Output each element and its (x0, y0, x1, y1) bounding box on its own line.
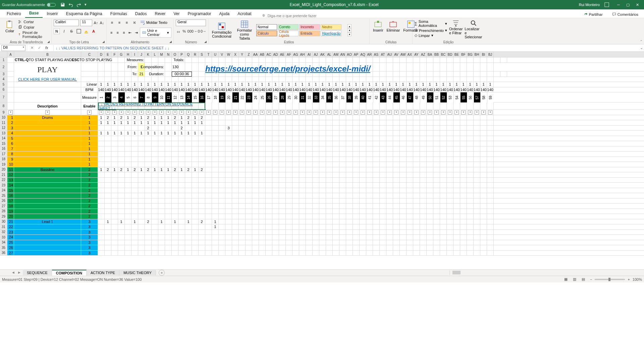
cell[interactable] (346, 245, 353, 250)
sheet-tab-composition[interactable]: COMPOSITION (52, 270, 87, 276)
cell[interactable] (487, 199, 494, 204)
cell[interactable] (272, 167, 279, 172)
cell[interactable] (185, 77, 192, 82)
cell[interactable] (346, 219, 353, 224)
cell[interactable] (259, 120, 266, 125)
cell[interactable] (460, 126, 467, 131)
cell[interactable] (407, 136, 413, 141)
cell[interactable] (131, 230, 138, 235)
cell[interactable] (299, 157, 306, 162)
cell[interactable] (185, 57, 192, 62)
cell[interactable]: 1 (138, 82, 145, 87)
cell[interactable] (407, 183, 413, 188)
cell[interactable] (440, 151, 447, 157)
cell[interactable]: 140 (111, 87, 118, 92)
cell[interactable] (339, 136, 346, 141)
cell[interactable] (366, 209, 373, 214)
cell[interactable] (286, 146, 292, 151)
cell[interactable] (366, 146, 373, 151)
cell[interactable] (205, 151, 212, 157)
cell[interactable] (145, 146, 152, 151)
cell[interactable] (199, 157, 205, 162)
cell[interactable] (299, 131, 306, 136)
cell[interactable] (319, 120, 326, 125)
cell[interactable]: 2 (172, 167, 178, 172)
cell[interactable] (286, 172, 292, 177)
cell[interactable] (105, 77, 111, 82)
cell[interactable] (319, 245, 326, 250)
cell[interactable] (500, 72, 507, 77)
font-name-select[interactable]: Calibri (54, 19, 79, 26)
cell[interactable] (333, 151, 339, 157)
cell[interactable] (292, 126, 299, 131)
cell[interactable]: 2 (81, 183, 98, 188)
cell[interactable] (319, 136, 326, 141)
cell[interactable] (105, 141, 111, 146)
cell[interactable] (7, 77, 14, 82)
cell[interactable] (366, 178, 373, 183)
cell[interactable] (373, 219, 380, 224)
cell[interactable] (474, 230, 480, 235)
cell[interactable] (400, 63, 407, 71)
cell[interactable] (225, 230, 232, 235)
cell[interactable] (420, 224, 427, 229)
cell[interactable] (393, 224, 400, 229)
cell[interactable] (219, 77, 225, 82)
cell[interactable]: 1 (246, 82, 252, 87)
cell[interactable] (111, 136, 118, 141)
cell[interactable] (246, 183, 252, 188)
cell[interactable] (420, 183, 427, 188)
cell[interactable] (339, 240, 346, 245)
cell[interactable] (239, 115, 246, 120)
cell[interactable] (333, 178, 339, 183)
cell[interactable] (212, 193, 219, 198)
cell[interactable] (246, 136, 252, 141)
filter-button[interactable]: ▾ (131, 110, 138, 115)
filter-button[interactable]: ▾ (178, 110, 185, 115)
cell[interactable] (14, 136, 81, 141)
cell[interactable]: 140 (145, 87, 152, 92)
cell[interactable] (386, 245, 393, 250)
cell[interactable] (453, 245, 460, 250)
cell[interactable] (373, 240, 380, 245)
cell[interactable] (152, 136, 158, 141)
cell[interactable]: 1 (98, 167, 105, 172)
cell[interactable] (225, 240, 232, 245)
cell[interactable] (299, 115, 306, 120)
cell[interactable]: 140 (319, 87, 326, 92)
cell[interactable] (460, 178, 467, 183)
cell[interactable]: 1 (440, 82, 447, 87)
cell[interactable] (346, 146, 353, 151)
cell[interactable] (299, 183, 306, 188)
cell[interactable] (185, 224, 192, 229)
cell[interactable] (259, 209, 266, 214)
cell[interactable] (393, 126, 400, 131)
filter-button[interactable]: ▾ (407, 110, 413, 115)
tab-ver[interactable]: Ver (170, 10, 184, 18)
paste-button[interactable]: Colar (3, 19, 16, 34)
cell[interactable] (105, 240, 111, 245)
filter-button[interactable]: ▾ (427, 110, 433, 115)
cell[interactable] (353, 141, 360, 146)
cell[interactable] (246, 77, 252, 82)
cell[interactable] (400, 224, 407, 229)
cell[interactable] (165, 204, 172, 209)
cell[interactable] (111, 63, 118, 71)
cell[interactable] (239, 219, 246, 224)
cell[interactable] (413, 63, 420, 71)
cell[interactable]: 1 (111, 115, 118, 120)
cell[interactable] (400, 120, 407, 125)
cell[interactable] (433, 146, 440, 151)
cell[interactable] (360, 157, 366, 162)
cell[interactable] (225, 214, 232, 219)
cell[interactable] (400, 204, 407, 209)
cell[interactable]: 140 (158, 87, 165, 92)
cell[interactable] (366, 224, 373, 229)
column-header[interactable]: E (105, 52, 111, 57)
cell[interactable] (393, 72, 400, 77)
filter-button[interactable]: ▾ (333, 110, 339, 115)
cell[interactable] (353, 235, 360, 240)
cell[interactable]: 1 (360, 82, 366, 87)
cell[interactable] (212, 141, 219, 146)
cell[interactable]: Measure (81, 92, 98, 102)
